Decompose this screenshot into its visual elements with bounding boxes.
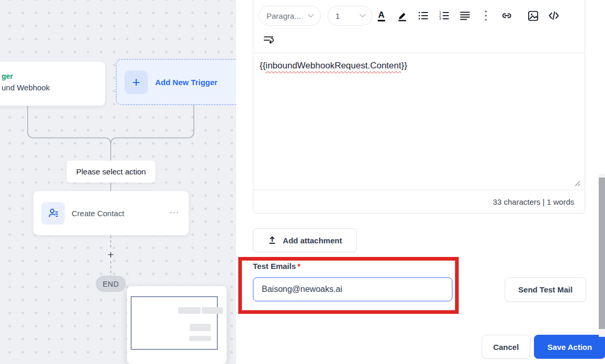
editor-status-bar: 33 characters | 1 words [253,190,585,213]
required-asterisk: * [297,262,300,271]
align-justify-button[interactable] [456,7,474,25]
svg-text:3: 3 [439,17,441,20]
panel-scrollbar-track[interactable] [599,174,605,337]
rich-text-toolbar: Paragra... 1 A [253,0,585,53]
node-options-menu-icon[interactable]: ⋯ [169,206,180,218]
code-view-button[interactable] [545,7,563,25]
bullet-list-button[interactable] [414,7,432,25]
save-action-button[interactable]: Save Action [534,335,605,359]
text-wrap-icon [263,34,274,45]
add-attachment-label: Add attachment [283,236,342,245]
action-settings-panel: Paragra... 1 A [236,0,605,364]
link-icon [501,9,513,22]
minimap-node-bar [178,307,201,314]
cancel-label: Cancel [493,343,519,351]
select-action-tooltip: Please select action [66,160,156,183]
image-icon [527,10,539,22]
add-attachment-button[interactable]: Add attachment [253,228,357,252]
chevron-down-icon [359,14,366,18]
upload-icon [267,236,277,245]
ordered-list-button[interactable]: 1 2 3 [435,7,453,25]
code-icon [548,9,560,22]
character-word-count: 33 characters | 1 words [493,197,574,206]
ordered-list-icon: 1 2 3 [438,10,450,21]
more-options-button[interactable] [477,7,495,25]
highlighter-icon [397,10,408,21]
email-body-editor: Paragra... 1 A [253,0,585,214]
panel-scrollbar-thumb[interactable] [599,178,605,329]
trigger-node-card[interactable]: ger und Webhook [0,61,106,106]
text-color-button[interactable]: A [373,7,390,25]
trigger-node-subtitle: und Webhook [2,83,97,92]
align-justify-icon [459,10,471,21]
save-action-label: Save Action [548,343,592,351]
add-new-trigger-label: Add New Trigger [155,78,217,87]
end-badge: END [96,276,126,292]
minimap-node-bar [189,336,211,341]
paragraph-format-value: Paragra... [266,11,301,20]
minimap-node-bar [202,307,223,314]
workflow-minimap[interactable] [127,286,227,364]
font-size-dropdown[interactable]: 1 [328,6,373,26]
paragraph-format-dropdown[interactable]: Paragra... [259,6,321,26]
chevron-down-icon [308,14,314,18]
test-emails-label: Test Emails* [253,262,300,271]
send-test-mail-label: Send Test Mail [518,285,573,294]
minimap-node-bar [190,324,211,331]
add-new-trigger-button[interactable]: + Add New Trigger [116,59,236,105]
merge-tag-token: inboundWebhookRequest.Content [265,61,401,71]
resize-handle-icon[interactable] [574,180,580,186]
trigger-node-title: ger [2,72,97,80]
select-action-text: Please select action [76,167,146,176]
send-test-mail-button[interactable]: Send Test Mail [505,277,586,302]
insert-link-button[interactable] [498,7,516,25]
merge-tag-open: {{ [260,61,265,71]
highlight-button[interactable] [393,7,411,25]
app-window: ger und Webhook + Add New Trigger Please… [0,0,605,364]
font-size-value: 1 [335,11,340,20]
bullet-list-icon [417,10,429,21]
merge-tag-close: }} [401,61,407,71]
text-wrap-button[interactable] [260,31,277,49]
kebab-menu-icon [484,10,487,21]
plus-icon: + [124,71,148,94]
add-step-plus-icon[interactable]: + [105,249,117,261]
text-color-icon: A [378,10,385,21]
create-contact-node-card[interactable]: Create Contact ⋯ [33,191,189,236]
test-emails-input[interactable] [253,277,452,301]
contact-icon [41,202,65,225]
email-body-textarea[interactable]: {{inboundWebhookRequest.Content}} [253,53,585,190]
workflow-canvas[interactable]: ger und Webhook + Add New Trigger Please… [0,0,236,364]
insert-image-button[interactable] [524,7,542,25]
minimap-viewport [131,296,218,350]
test-emails-label-text: Test Emails [253,262,296,271]
create-contact-label: Create Contact [72,209,124,218]
cancel-button[interactable]: Cancel [482,335,530,359]
